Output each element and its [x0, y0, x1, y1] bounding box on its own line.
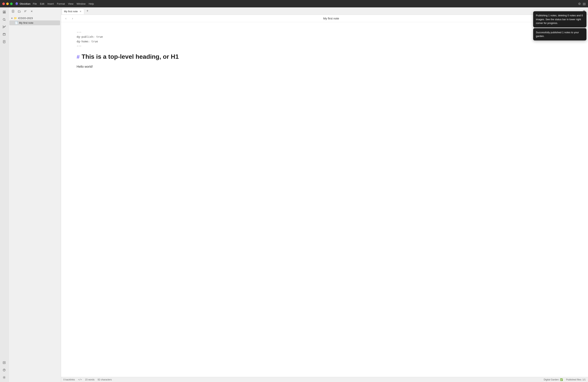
svg-point-6 [4, 26, 5, 27]
ribbon-settings-icon[interactable] [1, 374, 7, 381]
new-tab-button[interactable]: + [85, 9, 90, 14]
menu-bar: File Edit Insert Format View Window Help [33, 2, 94, 5]
heading-hash: # [77, 54, 80, 60]
folder-icon: 📁 [14, 17, 17, 20]
note-frontmatter: --- dg-publish: true dg-home: true --- [77, 30, 572, 48]
ribbon-notes-icon[interactable] [1, 39, 7, 45]
left-ribbon [0, 7, 9, 382]
svg-rect-1 [4, 11, 5, 12]
new-note-button[interactable] [10, 9, 16, 14]
menu-help[interactable]: Help [89, 2, 94, 5]
menu-edit[interactable]: Edit [40, 2, 44, 5]
titlebar-right: ⚙ ▤ [578, 2, 586, 6]
svg-point-8 [5, 26, 6, 26]
frontmatter-line1: dg-publish: true [77, 35, 572, 39]
menu-window[interactable]: Window [77, 2, 85, 5]
ribbon-graph-icon[interactable] [1, 24, 7, 30]
status-digital-garden-check: ✅ [560, 378, 563, 381]
minimize-button[interactable] [6, 2, 9, 5]
app-body: ▾ 📁 ICD2O-2023 📄 My first note My first … [0, 7, 588, 382]
svg-line-5 [5, 20, 5, 21]
sidebar: ▾ 📁 ICD2O-2023 📄 My first note [9, 7, 61, 382]
open-folder-button[interactable] [17, 9, 22, 14]
close-button[interactable] [2, 2, 5, 5]
menu-format[interactable]: Format [57, 2, 65, 5]
traffic-lights [2, 2, 13, 5]
notifications-container: Publishing 1 notes, deleting 0 notes and… [532, 10, 588, 42]
note-title: My first note [77, 17, 586, 20]
file-icon: 📄 [15, 21, 18, 24]
frontmatter-line2: dg-home: true [77, 39, 572, 44]
tab-bar: My first note ✕ + ⌄ ▣ [61, 7, 588, 15]
status-code-icon[interactable]: </> [78, 378, 82, 381]
note-body: Hello world! [77, 64, 572, 69]
frontmatter-sep2: --- [77, 44, 572, 48]
tab-my-first-note[interactable]: My first note ✕ [62, 9, 84, 14]
tab-label: My first note [64, 10, 78, 13]
tab-close-button[interactable]: ✕ [79, 10, 82, 13]
sidebar-toolbar [9, 7, 61, 15]
svg-rect-2 [3, 13, 4, 13]
ribbon-calendar-icon[interactable] [1, 31, 7, 37]
status-published-files: Published files: 1/1 [566, 378, 586, 381]
folder-chevron-icon: ▾ [11, 17, 13, 20]
menu-view[interactable]: View [68, 2, 74, 5]
status-bar: 0 backlinks </> 15 words 92 characters D… [61, 377, 588, 382]
sidebar-file-my-first-note[interactable]: 📄 My first note [9, 21, 60, 25]
nav-bar: ‹ › My first note [61, 15, 588, 22]
ribbon-files-icon[interactable] [1, 9, 7, 15]
ribbon-search-icon[interactable] [1, 16, 7, 22]
notification-success: Successfully published 1 notes to your g… [533, 28, 587, 41]
app-title: Obsidian [15, 2, 31, 5]
svg-rect-3 [4, 13, 5, 13]
sort-button[interactable] [23, 9, 28, 14]
sidebar-file-tree: ▾ 📁 ICD2O-2023 📄 My first note [9, 15, 61, 382]
forward-button[interactable]: › [70, 16, 75, 21]
titlebar-settings-icon[interactable]: ⚙ [578, 2, 581, 6]
notification-publishing: Publishing 1 notes, deleting 0 notes and… [533, 11, 587, 27]
svg-point-9 [3, 27, 3, 28]
titlebar: Obsidian File Edit Insert Format View Wi… [0, 0, 588, 7]
ribbon-publish-icon[interactable] [1, 360, 7, 366]
menu-insert[interactable]: Insert [47, 2, 54, 5]
editor-area: My first note ✕ + ⌄ ▣ ‹ › My first note [61, 7, 588, 382]
status-chars: 92 characters [98, 378, 112, 381]
note-editor[interactable]: --- dg-publish: true dg-home: true --- #… [61, 22, 588, 377]
titlebar-sidebar-icon[interactable]: ▤ [583, 2, 586, 6]
note-heading: # This is a top-level heading, or H1 [77, 53, 572, 60]
heading-text: This is a top-level heading, or H1 [82, 53, 179, 60]
sidebar-folder-icd2o[interactable]: ▾ 📁 ICD2O-2023 [9, 16, 61, 21]
svg-point-7 [3, 26, 3, 26]
status-backlinks[interactable]: 0 backlinks [63, 378, 75, 381]
svg-rect-0 [3, 11, 4, 12]
status-digital-garden-label: Digital Garden: ✅ [544, 378, 563, 381]
file-label: My first note [19, 21, 33, 24]
maximize-button[interactable] [10, 2, 13, 5]
frontmatter-sep1: --- [77, 30, 572, 35]
notification-text-1: Publishing 1 notes, deleting 0 notes and… [536, 14, 583, 24]
ribbon-help-icon[interactable] [1, 367, 7, 373]
notification-text-2: Successfully published 1 notes to your g… [536, 31, 579, 38]
folder-label: ICD2O-2023 [18, 17, 33, 20]
status-words: 15 words [85, 378, 94, 381]
menu-file[interactable]: File [33, 2, 37, 5]
back-button[interactable]: ‹ [63, 16, 68, 21]
obsidian-logo-icon [15, 2, 19, 5]
collapse-button[interactable] [29, 9, 34, 14]
svg-rect-13 [3, 33, 5, 35]
svg-point-26 [4, 377, 5, 378]
